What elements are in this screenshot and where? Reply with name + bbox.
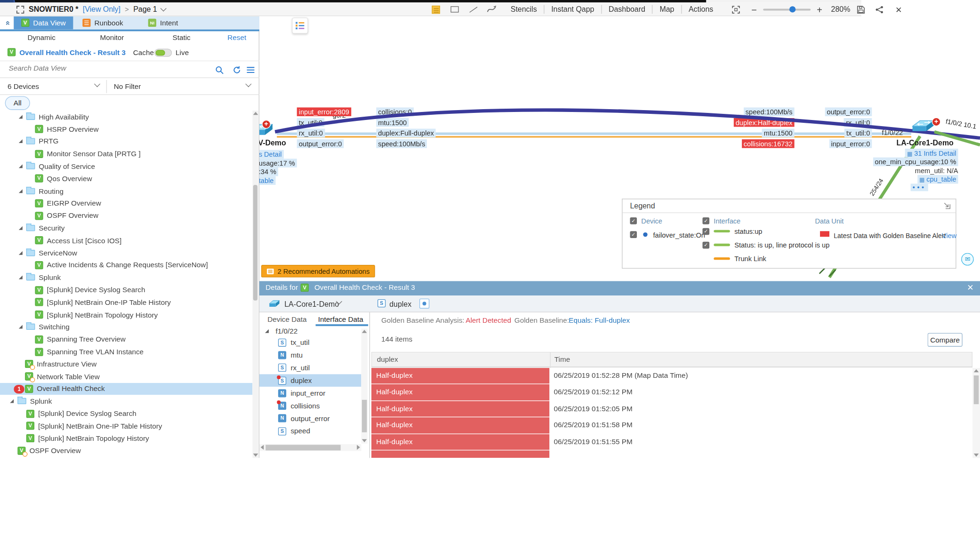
tree-item[interactable]: VInfrastructure View bbox=[0, 358, 252, 370]
note-tool-icon[interactable] bbox=[429, 4, 442, 15]
tree-item[interactable]: V[Splunk] Device Syslog Search bbox=[0, 407, 252, 420]
data-link[interactable]: s Detail bbox=[259, 150, 283, 159]
field-list-hscrollbar[interactable] bbox=[259, 444, 361, 451]
expand-arrow-icon[interactable] bbox=[19, 189, 23, 193]
field-item[interactable]: Ncollisions bbox=[259, 399, 361, 412]
tab-data-view[interactable]: V Data View bbox=[14, 16, 73, 30]
checkbox[interactable]: ✓ bbox=[630, 231, 637, 238]
tree-item[interactable]: PRTG bbox=[0, 136, 252, 148]
data-link[interactable]: ▦cpu_table bbox=[917, 175, 958, 184]
checkbox[interactable]: ✓ bbox=[702, 241, 709, 248]
golden-baseline-value[interactable]: Equals: Full-duplex bbox=[569, 317, 630, 324]
zoom-slider-knob[interactable] bbox=[789, 6, 795, 12]
active-view-name[interactable]: Overall Health Check - Result 3 bbox=[19, 49, 126, 56]
checkbox[interactable]: ✓ bbox=[630, 217, 637, 224]
table-row[interactable]: Half-duplex06/25/2019 01:51:58 PM bbox=[371, 417, 972, 434]
expand-arrow-icon[interactable] bbox=[19, 226, 23, 230]
scrollbar-thumb[interactable] bbox=[974, 375, 979, 404]
zoom-in-button[interactable]: + bbox=[813, 4, 826, 15]
expand-arrow-icon[interactable] bbox=[19, 325, 23, 329]
more-options-dots[interactable]: ●●● bbox=[911, 183, 928, 191]
zoom-slider[interactable] bbox=[763, 8, 811, 10]
field-item[interactable]: Sduplex bbox=[259, 374, 361, 387]
share-icon[interactable] bbox=[873, 4, 886, 15]
save-icon[interactable] bbox=[854, 4, 868, 15]
menu-item[interactable]: Stencils bbox=[504, 5, 544, 14]
table-vscrollbar[interactable] bbox=[972, 368, 980, 458]
field-item[interactable]: Noutput_error bbox=[259, 412, 361, 425]
page-name[interactable]: Page 1 bbox=[133, 5, 157, 14]
data-link[interactable]: ▦31 Intfs Detail bbox=[905, 149, 958, 158]
expand-arrow-icon[interactable] bbox=[19, 251, 23, 255]
tree-item[interactable]: 1VOverall Health Check bbox=[0, 383, 252, 395]
fit-screen-icon[interactable] bbox=[729, 4, 742, 15]
menu-item[interactable]: Dashboard bbox=[601, 5, 652, 14]
menu-item[interactable]: Actions bbox=[681, 5, 720, 14]
field-item[interactable]: Sspeed bbox=[259, 425, 361, 438]
tree-item[interactable]: ServiceNow bbox=[0, 247, 252, 259]
view-link[interactable]: View bbox=[942, 232, 956, 239]
cache-live-toggle[interactable] bbox=[154, 49, 172, 57]
menu-item[interactable]: Map bbox=[652, 5, 682, 14]
checkbox[interactable]: ✓ bbox=[702, 217, 709, 224]
tab-runbook[interactable]: Runbook bbox=[73, 16, 132, 30]
tree-item[interactable]: Routing bbox=[0, 185, 252, 197]
field-item[interactable]: Srx_util bbox=[259, 361, 361, 374]
line-tool-icon[interactable] bbox=[466, 4, 480, 15]
tree-item[interactable]: VMonitor Sensor Data [PRTG ] bbox=[0, 148, 252, 160]
alert-plus-badge-right[interactable]: + bbox=[932, 118, 941, 127]
alert-plus-badge-left[interactable]: + bbox=[262, 120, 271, 129]
tree-item[interactable]: V[Splunk] NetBrain Topology History bbox=[0, 309, 252, 321]
checkbox[interactable]: ✓ bbox=[702, 228, 709, 235]
interface-group-row[interactable]: f1/0/22 bbox=[265, 327, 297, 335]
search-input[interactable] bbox=[8, 64, 195, 72]
mode-dynamic[interactable]: Dynamic bbox=[27, 34, 55, 41]
reset-link[interactable]: Reset bbox=[227, 34, 246, 41]
tree-item[interactable]: V[Splunk] NetBrain One-IP Table History bbox=[0, 420, 252, 432]
field-item[interactable]: Ninput_error bbox=[259, 387, 361, 399]
menu-item[interactable]: Instant Qapp bbox=[544, 5, 601, 14]
tree-item[interactable]: Quality of Service bbox=[0, 160, 252, 172]
field-settings-icon[interactable] bbox=[419, 299, 429, 309]
tree-item[interactable]: VSpanning Tree Overview bbox=[0, 333, 252, 345]
expand-map-icon[interactable] bbox=[16, 5, 24, 13]
device-selector[interactable]: LA-Core1-Demo bbox=[284, 300, 339, 309]
map-canvas[interactable]: g0/2 input_error:2809tx_util:0rx_util:0o… bbox=[259, 16, 980, 281]
field-list-vscrollbar[interactable] bbox=[361, 328, 367, 443]
scrollbar-thumb[interactable] bbox=[253, 185, 257, 301]
tree-item[interactable]: Splunk bbox=[0, 271, 252, 284]
table-row[interactable]: Half-duplex06/25/2019 01:52:12 PM bbox=[371, 384, 972, 401]
search-icon[interactable] bbox=[215, 65, 225, 75]
scrollbar-thumb[interactable] bbox=[265, 445, 340, 450]
zoom-out-button[interactable]: − bbox=[747, 4, 761, 15]
chevron-down-icon[interactable] bbox=[94, 81, 100, 87]
expand-arrow-icon[interactable] bbox=[10, 399, 14, 403]
field-tab[interactable]: duplex bbox=[389, 300, 411, 309]
shape-tool-icon[interactable] bbox=[448, 4, 461, 15]
tab-intent[interactable]: NI Intent bbox=[132, 16, 193, 30]
tree-item[interactable]: VEIGRP Overview bbox=[0, 197, 252, 209]
mode-static[interactable]: Static bbox=[172, 34, 190, 41]
view-filter-select[interactable]: No Filter bbox=[114, 82, 141, 90]
compare-button[interactable]: Compare bbox=[927, 333, 962, 347]
tree-item[interactable]: VHSRP Overview bbox=[0, 123, 252, 135]
collapse-panel-icon[interactable]: « bbox=[3, 18, 13, 28]
refresh-icon[interactable] bbox=[233, 65, 242, 75]
mode-monitor[interactable]: Monitor bbox=[100, 34, 124, 41]
tree-item[interactable]: V[Splunk] NetBrain Topology History bbox=[0, 432, 252, 444]
expand-arrow-icon[interactable] bbox=[19, 140, 23, 143]
expand-arrow-icon[interactable] bbox=[19, 115, 23, 119]
chevron-down-icon[interactable] bbox=[245, 81, 251, 87]
tree-item[interactable]: V[Splunk] Device Syslog Search bbox=[0, 284, 252, 296]
menu-icon[interactable] bbox=[246, 65, 256, 75]
message-envelope-button[interactable]: ✉ bbox=[961, 253, 974, 266]
recommended-automations-badge[interactable]: 2 Recommended Automations bbox=[261, 265, 375, 278]
tree-item[interactable]: VQos Overview bbox=[0, 172, 252, 184]
close-map-icon[interactable]: ✕ bbox=[892, 5, 906, 14]
tree-item[interactable]: High Availability bbox=[0, 111, 252, 123]
tree-item[interactable]: Splunk bbox=[0, 395, 252, 407]
tree-item[interactable]: VNetwork Table View bbox=[0, 370, 252, 383]
tree-item[interactable]: VActive Incidents & Change Requests [Ser… bbox=[0, 259, 252, 271]
left-device-name[interactable]: V-Demo bbox=[259, 139, 286, 148]
field-item[interactable]: Stx_util bbox=[259, 336, 361, 349]
